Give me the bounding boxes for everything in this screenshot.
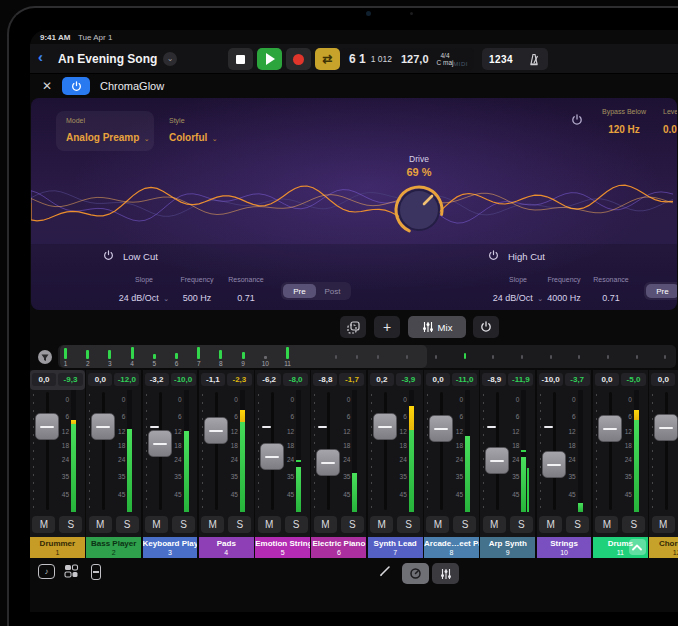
volume-value[interactable]: -3,2 (145, 373, 169, 386)
plugin-tiles-button[interactable] (64, 564, 79, 578)
record-button[interactable] (286, 48, 311, 70)
peak-value[interactable]: -3,9 (396, 373, 421, 386)
peak-value[interactable]: -11,0 (452, 373, 477, 386)
fader-handle[interactable] (542, 451, 566, 478)
close-icon[interactable]: ✕ (42, 79, 52, 93)
duplicate-button[interactable] (340, 316, 366, 338)
peak-value[interactable]: -12,0 (114, 373, 139, 386)
track-name-tab[interactable]: Emotion Strings5 (255, 537, 310, 558)
play-button[interactable] (257, 48, 282, 70)
collapse-mixer-button[interactable] (629, 539, 646, 555)
track-name-tab[interactable]: Strings10 (537, 537, 592, 558)
peak-value[interactable]: -8,0 (283, 373, 308, 386)
filter-tracks-button[interactable] (34, 346, 56, 367)
track-name-tab[interactable]: Drums11 (593, 537, 648, 558)
solo-button[interactable]: S (341, 516, 364, 533)
solo-button[interactable]: S (510, 516, 533, 533)
solo-button[interactable]: S (453, 516, 476, 533)
volume-value[interactable]: -8,9 (482, 373, 506, 386)
fader-handle[interactable] (429, 415, 453, 442)
track-name-tab[interactable]: Pads4 (199, 537, 254, 558)
volume-value[interactable]: 0,0 (651, 373, 675, 386)
mixer-power-button[interactable] (473, 316, 499, 338)
solo-button[interactable]: S (172, 516, 195, 533)
drive-knob[interactable] (391, 182, 447, 238)
track-name-tab[interactable]: Synth Lead7 (368, 537, 423, 558)
mute-button[interactable]: M (201, 516, 224, 533)
mute-button[interactable]: M (652, 516, 675, 533)
high-cut-power-icon[interactable] (488, 250, 499, 261)
solo-button[interactable]: S (59, 516, 82, 533)
plugin-power-button[interactable] (62, 77, 90, 95)
low-cut-power-icon[interactable] (103, 250, 114, 261)
stop-button[interactable] (228, 48, 253, 70)
mix-mode-button[interactable]: Mix (408, 316, 466, 338)
edit-button[interactable] (378, 564, 392, 578)
peak-value[interactable]: -3,7 (565, 373, 590, 386)
track-name-tab[interactable]: Arcade…eet Pad8 (424, 537, 479, 558)
solo-button[interactable]: S (228, 516, 251, 533)
solo-button[interactable]: S (397, 516, 420, 533)
mute-button[interactable]: M (258, 516, 281, 533)
fader-handle[interactable] (373, 413, 397, 440)
track-name-tab[interactable]: Chorus V12 (649, 537, 678, 558)
volume-value[interactable]: -6,2 (257, 373, 281, 386)
song-title[interactable]: An Evening Song (58, 52, 157, 66)
loop-browser-button[interactable]: ♪ (38, 564, 55, 579)
mute-button[interactable]: M (539, 516, 562, 533)
track-name-tab[interactable]: Electric Piano6 (311, 537, 366, 558)
bypass-below-control[interactable]: Bypass Below 120 Hz (589, 108, 659, 137)
fader-handle[interactable] (91, 413, 115, 440)
peak-value[interactable]: -11,9 (508, 373, 533, 386)
mute-button[interactable]: M (314, 516, 337, 533)
volume-value[interactable]: -8,8 (313, 373, 337, 386)
track-name-tab[interactable]: Drummer1 (30, 537, 85, 558)
mute-button[interactable]: M (426, 516, 449, 533)
add-track-button[interactable]: + (374, 316, 400, 338)
navigator-strip[interactable]: 1234567891011 (58, 345, 676, 368)
volume-value[interactable]: 0,0 (595, 373, 619, 386)
fader-handle[interactable] (598, 415, 622, 442)
peak-value[interactable]: -2,3 (227, 373, 252, 386)
chevron-down-icon[interactable]: ⌄ (163, 52, 177, 66)
volume-value[interactable]: 0,0 (88, 373, 112, 386)
mute-button[interactable]: M (595, 516, 618, 533)
fader-handle[interactable] (260, 443, 284, 470)
back-chevron-icon[interactable]: ‹ (38, 48, 43, 65)
solo-button[interactable]: S (566, 516, 589, 533)
solo-button[interactable]: S (285, 516, 308, 533)
fader-handle[interactable] (654, 414, 678, 441)
track-name-tab[interactable]: Keyboard Player3 (143, 537, 198, 558)
peak-value[interactable]: -1,7 (339, 373, 364, 386)
cycle-button[interactable]: ⇄ (315, 48, 340, 70)
volume-value[interactable]: 0,0 (426, 373, 450, 386)
solo-button[interactable]: S (116, 516, 139, 533)
mute-button[interactable]: M (32, 516, 55, 533)
style-selector[interactable]: Style Colorful ⌄ (159, 111, 239, 151)
mute-button[interactable]: M (145, 516, 168, 533)
post-button[interactable]: Post (316, 284, 349, 298)
mute-button[interactable]: M (370, 516, 393, 533)
fader-handle[interactable] (35, 413, 59, 440)
track-name-tab[interactable]: Arp Synth9 (480, 537, 535, 558)
metronome-icon[interactable] (527, 53, 541, 66)
low-cut-resonance[interactable]: Resonance 0.71 (216, 276, 276, 305)
level-control[interactable]: Level 0.0 (663, 108, 677, 137)
model-selector[interactable]: Model Analog Preamp ⌄ (56, 111, 154, 151)
count-in-button[interactable]: 1234 (489, 54, 513, 65)
peak-value[interactable]: -9,3 (58, 373, 83, 386)
fader-handle[interactable] (148, 430, 172, 457)
volume-value[interactable]: 0,0 (32, 373, 56, 386)
peak-value[interactable]: -10,0 (171, 373, 196, 386)
high-cut-resonance[interactable]: Resonance 0.71 (581, 276, 641, 305)
controls-view-button[interactable] (402, 563, 429, 584)
fader-view-button[interactable] (91, 564, 101, 580)
fader-handle[interactable] (316, 449, 340, 476)
pre-button[interactable]: Pre (646, 284, 677, 298)
volume-value[interactable]: 0,2 (370, 373, 394, 386)
mute-button[interactable]: M (89, 516, 112, 533)
lcd-display[interactable]: 6 1 1 012 127,0 4/4 C maj MIDI (340, 48, 474, 70)
solo-button[interactable]: S (622, 516, 645, 533)
fader-handle[interactable] (204, 417, 228, 444)
track-name-tab[interactable]: Bass Player2 (86, 537, 141, 558)
